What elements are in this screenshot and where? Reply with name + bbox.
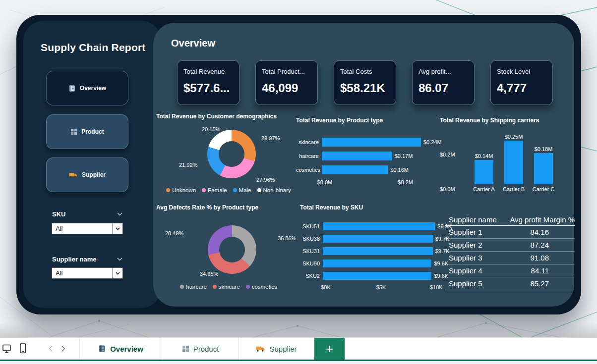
column[interactable]: $0.25MCarrier B: [504, 134, 523, 193]
sidebar-item-label: Product: [81, 128, 104, 135]
category-label: SKU90: [300, 260, 323, 266]
donut-demographics[interactable]: [207, 130, 256, 178]
legend-item[interactable]: skincare: [213, 284, 240, 290]
bar-track: $9.6K: [323, 272, 442, 280]
sidebar-item-label: Overview: [80, 85, 106, 92]
margin-value-cell: 87.24: [525, 241, 575, 249]
bar[interactable]: [322, 165, 388, 174]
bar[interactable]: [323, 272, 431, 280]
slice-label: 34.65%: [200, 271, 218, 277]
next-page-arrow[interactable]: [61, 345, 65, 352]
legend-item[interactable]: Non-binary: [257, 187, 291, 193]
bar-row[interactable]: cosmetics$0.16M: [296, 165, 446, 174]
view-toggle-icons: [0, 338, 49, 360]
legend-label: Female: [208, 187, 227, 193]
bar[interactable]: [323, 247, 433, 255]
bar-track: $9.7K: [323, 235, 442, 243]
desktop-view-icon[interactable]: [2, 343, 13, 354]
legend-item[interactable]: cosmetics: [246, 284, 277, 290]
bar-row[interactable]: skincare$0.24M: [296, 138, 446, 147]
legend-label: Unknown: [172, 187, 196, 193]
sidebar-item-overview[interactable]: Overview: [46, 71, 128, 105]
bar-row[interactable]: haircare$0.17M: [296, 152, 446, 160]
table-row[interactable]: Supplier 484.11: [445, 264, 575, 277]
chart-title: Avg Defects Rate % by Product type: [156, 204, 301, 211]
chevron-down-icon[interactable]: [117, 212, 122, 216]
kpi-label: Avg profit...: [418, 68, 468, 75]
table-row[interactable]: Supplier 287.24: [445, 239, 575, 252]
bar-track: $9.7K: [323, 247, 442, 255]
sidebar-item-product[interactable]: Product: [46, 114, 128, 149]
slice-label: 29.97%: [261, 135, 280, 141]
column-header[interactable]: Avg profit Margin %: [505, 215, 575, 224]
x-axis: $0.0M$0.2M: [325, 179, 446, 186]
tab-product[interactable]: Product: [162, 338, 239, 360]
bar[interactable]: [323, 260, 431, 267]
tab-label: Overview: [110, 345, 143, 353]
column-header[interactable]: Supplier name: [445, 215, 505, 224]
column-plot: $0.2M$0.0M $0.14MCarrier A$0.25MCarrier …: [440, 130, 573, 193]
legend-item[interactable]: haircare: [180, 284, 207, 290]
mobile-view-icon[interactable]: [18, 343, 28, 355]
bar[interactable]: [323, 235, 433, 243]
dropdown-arrow-icon: [112, 268, 122, 278]
category-label: SKU38: [300, 236, 323, 242]
main-panel: Overview Total Revenue $577.6... Total P…: [153, 23, 574, 307]
notebook-icon: [98, 345, 106, 353]
category-label: haircare: [296, 153, 322, 159]
bar-row[interactable]: SKU31$9.7K: [300, 247, 442, 255]
bar[interactable]: [475, 160, 493, 184]
bar[interactable]: [504, 141, 523, 184]
bar[interactable]: [322, 152, 392, 160]
sku-dropdown[interactable]: All: [52, 223, 123, 234]
supplier-name-cell: Supplier 4: [445, 266, 525, 275]
tab-supplier[interactable]: Supplier: [239, 338, 314, 360]
y-axis: $0.2M$0.0M: [440, 136, 462, 199]
bar[interactable]: [323, 222, 435, 230]
dashboard-card: Supply Chain Report Overview Product Sup…: [16, 15, 581, 314]
legend-swatch: [180, 285, 184, 289]
slice-label: 20.15%: [202, 126, 220, 132]
legend-item[interactable]: Unknown: [166, 187, 196, 193]
bar-track: $9.6K: [323, 260, 442, 267]
table-row[interactable]: Supplier 184.16: [445, 226, 575, 239]
y-axis-tick: $0.0M: [440, 186, 455, 192]
legend-item[interactable]: Female: [202, 187, 227, 193]
package-icon: [182, 345, 189, 353]
sidebar-item-supplier[interactable]: Supplier: [46, 157, 128, 192]
legend-item[interactable]: Male: [233, 187, 251, 193]
table-row[interactable]: Supplier 391.08: [445, 252, 575, 264]
legend: UnknownFemaleMaleNon-binary: [156, 187, 301, 193]
donut-defects[interactable]: [208, 225, 256, 274]
kpi-label: Stock Level: [497, 68, 546, 75]
legend-swatch: [213, 285, 217, 289]
sort-indicator-icon: ▲: [450, 227, 453, 230]
column[interactable]: $0.18MCarrier C: [534, 146, 553, 193]
table-row[interactable]: Supplier 585.27: [445, 277, 575, 290]
chevron-down-icon[interactable]: [117, 258, 122, 261]
slice-label: 27.96%: [256, 177, 275, 183]
tab-label: Product: [193, 345, 219, 353]
category-label: Carrier A: [473, 186, 494, 193]
kpi-value: $577.6...: [183, 81, 233, 95]
truck-icon: [69, 172, 78, 178]
bar-track: $9.9K: [323, 222, 442, 230]
supplier-dropdown[interactable]: All: [52, 267, 123, 279]
bar-row[interactable]: SKU38$9.7K: [300, 235, 442, 243]
filter-label: Supplier name: [52, 256, 97, 263]
prev-page-arrow[interactable]: [49, 345, 53, 352]
legend-label: haircare: [186, 284, 207, 290]
column[interactable]: $0.14MCarrier A: [475, 153, 493, 193]
chart-title: Total Revenue by SKU: [300, 204, 442, 211]
slice-label: 28.49%: [165, 230, 183, 236]
kpi-value: 46,099: [262, 81, 311, 95]
kpi-row: Total Revenue $577.6... Total Product...…: [177, 60, 553, 105]
bar-row[interactable]: SKU90$9.6K: [300, 260, 442, 267]
bar-row[interactable]: SKU2$9.6K: [300, 272, 442, 280]
bar[interactable]: [322, 138, 421, 147]
tab-overview[interactable]: Overview: [79, 338, 162, 360]
filter-label: SKU: [52, 210, 65, 218]
bar-row[interactable]: SKU51$9.9K: [300, 222, 442, 230]
bar[interactable]: [534, 153, 553, 184]
add-page-button[interactable]: +: [314, 338, 345, 360]
